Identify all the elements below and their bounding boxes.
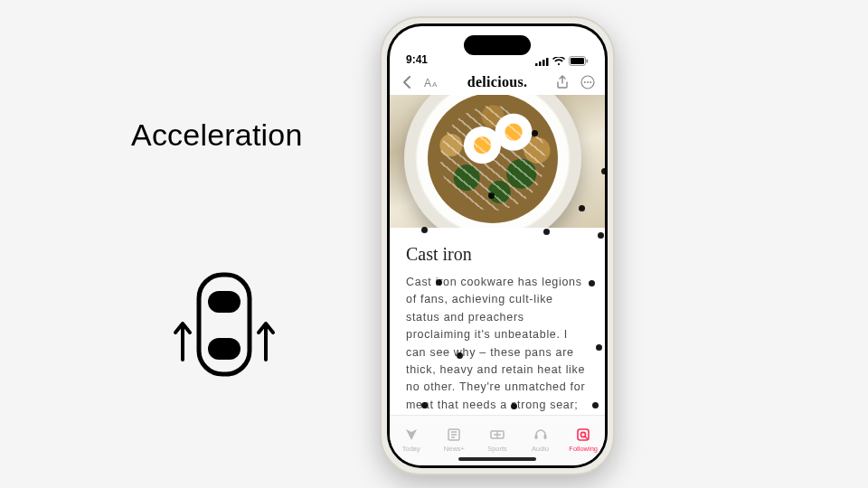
navbar: AA delicious.: [390, 70, 605, 95]
svg-point-15: [590, 81, 591, 83]
tab-following[interactable]: Following: [561, 416, 605, 465]
motion-cue-dot: [488, 192, 495, 199]
stage: Acceleration 9:41: [0, 0, 868, 488]
motion-cue-dot: [589, 280, 595, 286]
svg-rect-18: [534, 435, 537, 439]
svg-rect-5: [542, 60, 545, 66]
article-hero-image: [390, 95, 605, 228]
phone-mockup: 9:41 AA delicious.: [380, 16, 615, 475]
tab-today[interactable]: Today: [390, 416, 433, 465]
more-button[interactable]: [580, 74, 596, 90]
back-button[interactable]: [399, 74, 415, 90]
svg-rect-3: [535, 63, 538, 66]
text-size-button[interactable]: AA: [424, 74, 440, 90]
tab-icon: [533, 427, 549, 443]
tab-label: Today: [402, 445, 420, 453]
svg-rect-1: [208, 291, 241, 313]
svg-rect-4: [539, 61, 542, 66]
tab-icon: [403, 427, 420, 443]
motion-cue-dot: [436, 279, 442, 286]
svg-point-14: [587, 81, 589, 83]
motion-cue-dot: [601, 168, 608, 174]
motion-cue-dot: [598, 232, 604, 239]
motion-cue-dot: [543, 229, 550, 235]
battery-icon: [569, 56, 589, 66]
svg-rect-8: [571, 58, 584, 64]
svg-rect-6: [546, 58, 549, 66]
home-indicator[interactable]: [458, 457, 536, 461]
motion-cue-dot: [592, 402, 599, 408]
tab-label: Audio: [532, 445, 549, 453]
share-button[interactable]: [554, 74, 571, 90]
caption-acceleration: Acceleration: [131, 117, 303, 153]
svg-rect-9: [587, 60, 589, 63]
cellular-icon: [535, 57, 549, 66]
status-indicators: [535, 56, 589, 66]
tab-icon: [446, 427, 462, 443]
motion-cue-dot: [421, 227, 428, 233]
svg-rect-2: [208, 338, 241, 360]
svg-point-13: [584, 81, 586, 83]
tab-label: Following: [569, 445, 598, 453]
status-time: 9:41: [406, 53, 428, 66]
tab-icon: [489, 427, 505, 443]
car-acceleration-icon: [161, 271, 288, 380]
svg-text:A: A: [424, 77, 431, 89]
article-body: Cast iron cookware has legions of fans, …: [406, 274, 589, 415]
motion-cue-dot: [532, 130, 538, 136]
svg-rect-19: [543, 435, 546, 439]
tab-icon: [575, 427, 591, 443]
motion-cue-dot: [421, 402, 428, 408]
wifi-icon: [552, 57, 565, 66]
phone-screen: 9:41 AA delicious.: [390, 26, 605, 465]
motion-cue-dot: [511, 403, 517, 409]
motion-cue-dot: [596, 344, 602, 351]
article-content[interactable]: Cast iron Cast iron cookware has legions…: [390, 228, 605, 415]
dynamic-island: [464, 35, 531, 55]
motion-cue-dot: [579, 205, 585, 211]
motion-cue-dot: [457, 352, 463, 359]
svg-text:A: A: [432, 80, 438, 89]
tab-label: Sports: [487, 445, 507, 453]
article-heading: Cast iron: [406, 244, 589, 265]
tab-label: News+: [444, 445, 465, 453]
